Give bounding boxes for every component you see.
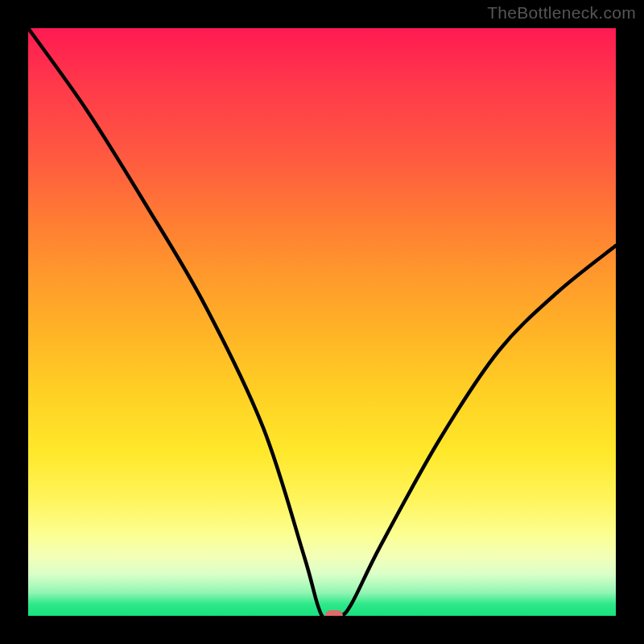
plot-area xyxy=(28,28,616,616)
chart-frame: TheBottleneck.com xyxy=(0,0,644,644)
optimal-point-marker xyxy=(325,610,343,616)
watermark-text: TheBottleneck.com xyxy=(487,3,636,23)
bottleneck-curve xyxy=(28,28,616,616)
